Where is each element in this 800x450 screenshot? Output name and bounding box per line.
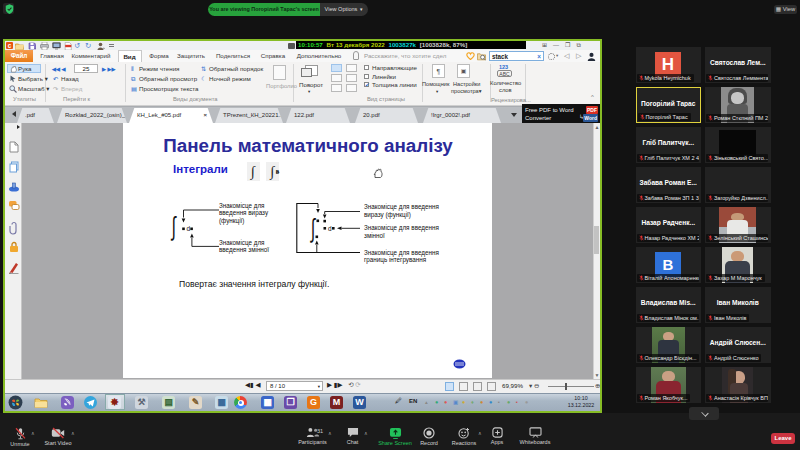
svg-text:d: d xyxy=(328,225,332,232)
svg-text:∫: ∫ xyxy=(309,214,316,243)
svg-text:d: d xyxy=(187,225,191,232)
svg-text:∫: ∫ xyxy=(170,212,177,241)
